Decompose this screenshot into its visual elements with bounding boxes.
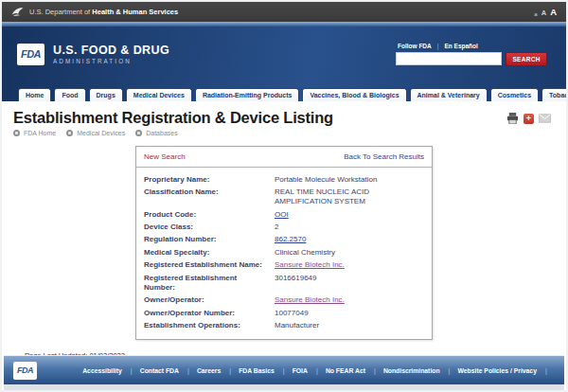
field-value: 2 (275, 223, 424, 232)
divider: | (437, 43, 439, 49)
field-label: Proprietary Name: (144, 175, 275, 185)
share-icon[interactable]: + (524, 114, 534, 124)
results-box-header: New Search Back To Search Results (136, 147, 432, 168)
bottom-strip (4, 384, 564, 390)
footer-link[interactable]: No FEAR Act (326, 367, 376, 374)
field-value: Manufacturer (275, 321, 424, 330)
breadcrumb-item[interactable]: Medical Devices (66, 130, 125, 136)
field-value: Portable Molecule Workstation (275, 175, 424, 185)
table-row: Classification Name: REAL TIME NUCLEIC A… (144, 186, 424, 208)
field-label: Product Code: (144, 210, 275, 220)
header-right: Follow FDA | En Español SEARCH (396, 43, 553, 66)
nav-tab[interactable]: Home (18, 88, 51, 101)
field-label: Regulation Number: (144, 235, 275, 244)
footer-link[interactable]: FOIA (293, 367, 318, 374)
hhs-department-label[interactable]: U.S. Department of Health & Human Servic… (29, 8, 178, 16)
font-size-large-button[interactable]: A (550, 7, 557, 17)
printer-icon[interactable] (506, 113, 519, 124)
font-size-medium-button[interactable]: A (541, 9, 546, 17)
field-label: Classification Name: (144, 187, 275, 207)
new-search-link[interactable]: New Search (144, 152, 186, 161)
nav-tabs: HomeFoodDrugsMedical DevicesRadiation-Em… (18, 88, 568, 101)
field-label: Owner/Operator Number: (144, 309, 275, 318)
header-band: FDA U.S. FOOD & DRUG ADMINISTRATION Foll… (2, 27, 566, 101)
nav-tab[interactable]: Tobacco Products (541, 88, 568, 101)
search-button[interactable]: SEARCH (506, 52, 547, 66)
field-label: Medical Specialty: (144, 248, 275, 258)
device-listing-card: New Search Back To Search Results Propri… (135, 146, 433, 340)
hhs-top-bar: U.S. Department of Health & Human Servic… (2, 2, 566, 22)
footer-links: AccessibilityContact FDACareersFDA Basic… (75, 367, 555, 374)
field-value[interactable]: Sansure Biotech Inc. (275, 260, 424, 270)
footer-link[interactable]: Accessibility (82, 367, 132, 374)
field-label: Device Class: (144, 223, 275, 232)
back-to-search-results-link[interactable]: Back To Search Results (344, 152, 424, 161)
en-espanol-link[interactable]: En Español (444, 43, 477, 49)
footer-link[interactable]: FDA Basics (239, 367, 284, 374)
field-value: 3016619649 (275, 274, 424, 294)
nav-tab[interactable]: Radiation-Emitting Products (195, 88, 300, 101)
site-title: U.S. FOOD & DRUG ADMINISTRATION (53, 44, 169, 64)
field-value: Clinical Chemistry (275, 248, 424, 258)
field-value: REAL TIME NUCLEIC ACID AMPLIFICATION SYS… (275, 187, 424, 207)
site-footer: FDA AccessibilityContact FDACareersFDA B… (4, 355, 564, 384)
nav-tab[interactable]: Animal & Veterinary (410, 88, 488, 101)
nav-tab[interactable]: Drugs (89, 88, 123, 101)
nav-tab[interactable]: Food (54, 88, 85, 101)
field-label: Registered Establishment Number: (144, 274, 275, 294)
device-detail-table: Proprietary Name: Portable Molecule Work… (136, 168, 432, 339)
main-content: Establishment Registration & Device List… (2, 101, 566, 392)
table-row: Proprietary Name: Portable Molecule Work… (144, 173, 424, 186)
table-row: Owner/Operator Number: 10077049 (144, 307, 424, 319)
breadcrumb-bullet-icon (66, 130, 73, 136)
field-value[interactable]: OOI (275, 210, 424, 220)
footer-link[interactable]: Careers (197, 367, 231, 374)
page-title: Establishment Registration & Device List… (13, 109, 555, 127)
field-value: 10077049 (275, 309, 424, 318)
breadcrumb-item[interactable]: FDA Home (13, 130, 56, 136)
nav-tab[interactable]: Cosmetics (490, 88, 539, 101)
table-row: Registered Establishment Name: Sansure B… (144, 259, 424, 272)
breadcrumb-bullet-icon (13, 130, 20, 136)
field-label: Registered Establishment Name: (144, 260, 275, 270)
footer-link[interactable]: Website Policies / Privacy (458, 367, 547, 374)
email-icon[interactable] (539, 113, 551, 124)
field-label: Owner/Operator: (144, 295, 275, 305)
search-input[interactable] (396, 52, 502, 65)
fda-page: U.S. Department of Health & Human Servic… (0, 0, 568, 392)
table-row: Medical Specialty: Clinical Chemistry (144, 246, 424, 258)
site-title-line2: ADMINISTRATION (53, 58, 169, 64)
footer-link[interactable]: Contact FDA (140, 367, 189, 374)
table-row: Product Code: OOI (144, 208, 424, 221)
breadcrumb-bullet-icon (135, 130, 142, 136)
font-size-controls: a A A (534, 7, 557, 17)
footer-link[interactable]: Nondiscrimination (383, 367, 450, 374)
fda-footer-logo[interactable]: FDA (13, 362, 37, 380)
fda-logo[interactable]: FDA (17, 44, 44, 65)
header-utility-links: Follow FDA | En Español (396, 43, 553, 49)
nav-tab[interactable]: Vaccines, Blood & Biologics (302, 88, 406, 101)
header-search: SEARCH (396, 52, 553, 66)
table-row: Owner/Operator: Sansure Biotech Inc. (144, 294, 424, 307)
site-title-line1: U.S. FOOD & DRUG (53, 44, 169, 57)
font-size-small-button[interactable]: a (534, 11, 537, 17)
primary-nav: HomeFoodDrugsMedical DevicesRadiation-Em… (2, 81, 566, 101)
table-row: Regulation Number: 862.2570 (144, 234, 424, 246)
nav-tab[interactable]: Medical Devices (126, 88, 192, 101)
table-row: Device Class: 2 (144, 222, 424, 234)
table-row: Establishment Operations: Manufacturer (144, 320, 424, 332)
field-value[interactable]: Sansure Biotech Inc. (275, 295, 424, 305)
hhs-eagle-icon (11, 7, 24, 18)
site-header: FDA U.S. FOOD & DRUG ADMINISTRATION Foll… (2, 27, 566, 81)
breadcrumb: FDA Home Medical Devices Databases (13, 130, 555, 136)
follow-fda-link[interactable]: Follow FDA (398, 43, 432, 49)
breadcrumb-item[interactable]: Databases (135, 130, 177, 136)
table-row: Registered Establishment Number: 3016619… (144, 272, 424, 294)
page-action-icons: + (506, 113, 551, 124)
field-value[interactable]: 862.2570 (275, 235, 424, 244)
field-label: Establishment Operations: (144, 321, 275, 330)
